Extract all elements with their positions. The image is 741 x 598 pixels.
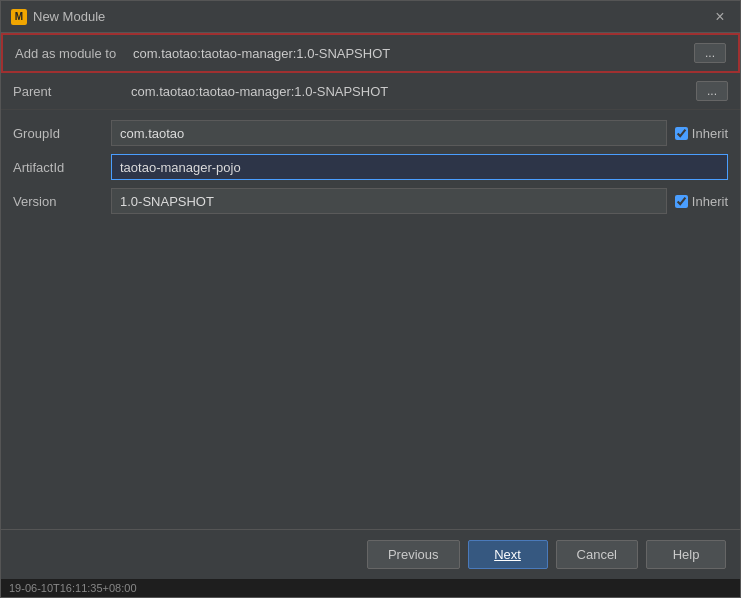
add-module-value: com.taotao:taotao-manager:1.0-SNAPSHOT: [133, 46, 686, 61]
add-module-browse-button[interactable]: ...: [694, 43, 726, 63]
artifact-id-row: ArtifactId: [13, 154, 728, 180]
version-inherit-checkbox[interactable]: [675, 195, 688, 208]
statusbar: 19-06-10T16:11:35+08:00: [1, 579, 740, 597]
add-module-label: Add as module to: [15, 46, 125, 61]
version-row: Version Inherit: [13, 188, 728, 214]
close-button[interactable]: ×: [710, 7, 730, 27]
bottom-bar: Previous Next Cancel Help: [1, 529, 740, 579]
version-inherit-label: Inherit: [692, 194, 728, 209]
dialog-icon: M: [11, 9, 27, 25]
parent-browse-button[interactable]: ...: [696, 81, 728, 101]
version-input[interactable]: [111, 188, 667, 214]
group-id-input[interactable]: [111, 120, 667, 146]
form-section: GroupId Inherit ArtifactId Version Inher…: [1, 110, 740, 224]
cancel-button[interactable]: Cancel: [556, 540, 638, 569]
group-id-inherit-label: Inherit: [692, 126, 728, 141]
statusbar-text: 19-06-10T16:11:35+08:00: [9, 582, 137, 594]
version-inherit-check: Inherit: [675, 194, 728, 209]
new-module-dialog: M New Module × Add as module to com.taot…: [0, 0, 741, 598]
previous-button[interactable]: Previous: [367, 540, 460, 569]
artifact-id-label: ArtifactId: [13, 160, 103, 175]
artifact-id-input[interactable]: [111, 154, 728, 180]
next-button[interactable]: Next: [468, 540, 548, 569]
help-button[interactable]: Help: [646, 540, 726, 569]
add-as-module-row: Add as module to com.taotao:taotao-manag…: [1, 33, 740, 73]
parent-label: Parent: [13, 84, 123, 99]
group-id-label: GroupId: [13, 126, 103, 141]
version-label: Version: [13, 194, 103, 209]
dialog-body: Add as module to com.taotao:taotao-manag…: [1, 33, 740, 579]
group-id-row: GroupId Inherit: [13, 120, 728, 146]
title-bar: M New Module ×: [1, 1, 740, 33]
title-bar-left: M New Module: [11, 9, 105, 25]
parent-value: com.taotao:taotao-manager:1.0-SNAPSHOT: [131, 84, 688, 99]
dialog-title: New Module: [33, 9, 105, 24]
group-id-inherit-checkbox[interactable]: [675, 127, 688, 140]
parent-row: Parent com.taotao:taotao-manager:1.0-SNA…: [1, 73, 740, 110]
group-id-inherit-check: Inherit: [675, 126, 728, 141]
